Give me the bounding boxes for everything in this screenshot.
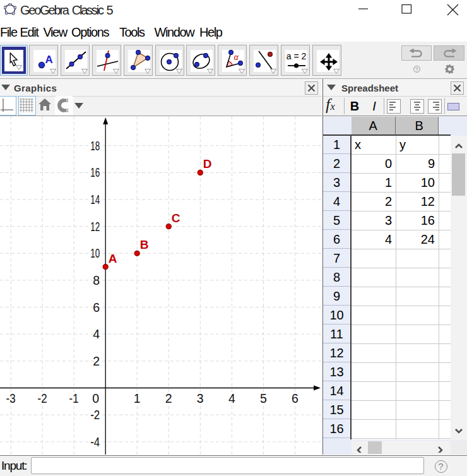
svg-text:C: C [172,211,180,225]
svg-text:4: 4 [228,391,235,405]
svg-text:8: 8 [93,273,100,287]
svg-text:A: A [109,252,117,265]
svg-text:-3: -3 [6,391,16,405]
svg-text:14: 14 [90,193,100,206]
svg-text:a = 2: a = 2 [287,51,307,61]
svg-text:4: 4 [93,327,100,341]
svg-text:2: 2 [93,354,100,368]
svg-text:16: 16 [90,165,100,179]
svg-text:12: 12 [90,220,100,234]
svg-text:6: 6 [292,391,299,405]
svg-text:-1: -1 [69,391,79,405]
svg-text:-2: -2 [38,391,47,405]
svg-text:α: α [234,53,239,62]
svg-text:10: 10 [90,246,100,260]
svg-text:0: 0 [92,391,99,405]
svg-text:3: 3 [197,391,204,405]
svg-text:-4: -4 [90,435,100,449]
svg-text:A: A [45,54,53,66]
svg-text:B: B [140,238,149,251]
svg-text:5: 5 [260,391,267,405]
svg-text:-2: -2 [90,408,100,422]
svg-text:18: 18 [90,139,100,153]
svg-text:2: 2 [165,391,172,405]
svg-text:D: D [203,157,212,170]
svg-text:6: 6 [93,300,100,314]
svg-text:1: 1 [134,391,141,405]
